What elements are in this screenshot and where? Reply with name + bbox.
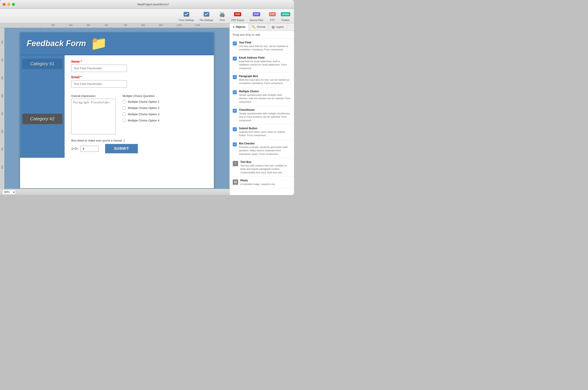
status-bar: 80% 50% 100% 150%: [0, 189, 229, 195]
print-icon: 🖨️: [219, 11, 226, 18]
photo-text: Photo A resizable image, supports any: [240, 179, 291, 186]
category-2-label: Category #2: [30, 116, 55, 121]
multiple-choice-checkbox[interactable]: ✓: [233, 90, 237, 94]
pdf-export-label: PDF Export: [231, 19, 244, 21]
source-files-button[interactable]: PHP Source Files: [248, 10, 265, 22]
multiple-choice-text: Multiple Choice Simple questionnaire wit…: [239, 90, 291, 104]
bot-checker-text: Bot Checker Presents a simple, randomly …: [239, 142, 291, 156]
minimize-button[interactable]: [7, 3, 10, 6]
paragraph-box-desc: Multi-line input area for text, can be m…: [239, 78, 291, 85]
check-mark: ✓: [234, 128, 236, 131]
bot-checker-checkbox[interactable]: ✓: [233, 143, 237, 146]
photo-name: Photo: [240, 179, 291, 182]
math-input[interactable]: [81, 146, 98, 152]
form-settings-button[interactable]: Form Settings: [177, 10, 196, 22]
paragraph-box-checkbox[interactable]: ✓: [233, 75, 237, 79]
text-field-name: Text Field: [239, 41, 291, 44]
file-settings-button[interactable]: File Settings: [197, 10, 215, 22]
list-item-checkboxes[interactable]: ✓ Checkboxes Simple questionnaire with m…: [230, 106, 294, 125]
text-box-name: Text Box: [240, 160, 291, 164]
list-item-bot-checker[interactable]: ✓ Bot Checker Presents a simple, randoml…: [230, 140, 294, 158]
form-settings-label: Form Settings: [179, 19, 194, 21]
close-button[interactable]: [3, 3, 5, 6]
checkboxes-desc: Simple questionnaire with multiple check…: [239, 112, 291, 122]
publish-label: Publish: [282, 19, 290, 21]
paragraph-textarea[interactable]: [71, 99, 116, 134]
email-field-name: Email Address Field: [239, 56, 291, 59]
name-input[interactable]: [71, 65, 127, 72]
email-field-text: Email Address Field Input field for emai…: [239, 56, 291, 70]
tab-objects[interactable]: + Objects: [230, 23, 249, 31]
multiple-choice-desc: Simple questionnaire with multiple radio…: [239, 93, 291, 104]
mc-radio-2[interactable]: [123, 106, 126, 110]
print-button[interactable]: 🖨️ Print: [216, 10, 228, 22]
submit-button-checkbox[interactable]: ✓: [233, 127, 237, 131]
category-1-label: Category #1: [30, 61, 55, 66]
bot-check-section: Bot check to make sure you're a human :)…: [71, 139, 207, 153]
list-item-photo[interactable]: 🖼 Photo A resizable image, supports any: [230, 177, 294, 188]
panel-tabs: + Objects ✏️ Format ▤ Layers: [230, 23, 294, 31]
ruler-v-400: 400: [1, 94, 3, 98]
pdf-export-icon: PDF: [234, 11, 241, 18]
publish-button[interactable]: WWW Publish: [279, 10, 292, 22]
checkboxes-name: Checkboxes: [239, 108, 291, 111]
zoom-select[interactable]: 80% 50% 100% 150%: [2, 190, 16, 195]
app-window: NewProject.touchforms7 Form Settings Fil…: [0, 0, 294, 195]
list-item-text-box[interactable]: T Text Box Text box with medium font siz…: [230, 158, 294, 177]
form-body: Category #1 Category #2 Name *: [20, 55, 214, 158]
form-row: Overall impression: Multiple Choice Ques…: [71, 94, 207, 134]
ruler-num: 1,100: [195, 24, 200, 26]
mc-radio-4[interactable]: [123, 119, 126, 122]
bot-math: 1+2= SUBMIT: [71, 144, 207, 153]
mc-label-4: Multiple Choice Option 4: [128, 119, 160, 122]
text-box-text: Text Box Text box with medium font size,…: [240, 160, 291, 174]
ftp-button[interactable]: FTP FTP: [267, 10, 278, 22]
submit-button[interactable]: SUBMIT: [105, 144, 138, 153]
ftp-icon: FTP: [269, 11, 276, 18]
tab-layers[interactable]: ▤ Layers: [269, 23, 287, 31]
list-item-text-field[interactable]: ✓ Text Field One line input field for te…: [230, 39, 294, 54]
pdf-export-button[interactable]: PDF PDF Export: [229, 10, 246, 22]
email-field-checkbox[interactable]: ✓: [233, 57, 237, 61]
check-mark: ✓: [234, 57, 236, 60]
mc-radio-3[interactable]: [123, 112, 126, 116]
format-tab-icon: ✏️: [252, 25, 256, 29]
check-mark: ✓: [234, 76, 236, 79]
source-files-label: Source Files: [250, 19, 263, 21]
window-title: NewProject.touchforms7: [15, 3, 291, 6]
form-header: Feedback Form 📁: [20, 32, 214, 55]
checkboxes-checkbox[interactable]: ✓: [233, 109, 237, 113]
bot-checker-desc: Presents a simple, randomly generated ma…: [239, 146, 291, 156]
mc-radio-1[interactable]: [123, 100, 126, 103]
list-item-paragraph-box[interactable]: ✓ Paragraph Box Multi-line input area fo…: [230, 72, 294, 88]
ruler-v-300: 300: [1, 76, 3, 80]
file-settings-icon: [203, 11, 210, 18]
list-item-submit-button[interactable]: ✓ Submit Button Submits form when users …: [230, 125, 294, 140]
text-field-checkbox[interactable]: ✓: [233, 42, 237, 46]
left-ruler: 100 200 300 400 500 600 700 800: [0, 28, 4, 189]
tab-format[interactable]: ✏️ Format: [249, 23, 269, 31]
bot-checker-name: Bot Checker: [239, 142, 291, 145]
mc-option-2: Multiple Choice Option 2: [123, 106, 207, 110]
paragraph-field: Overall impression:: [71, 94, 116, 134]
maximize-button[interactable]: [12, 3, 15, 6]
form-main: Name * Email * Overall impression:: [65, 55, 214, 158]
toolbar: Form Settings File Settings 🖨️ Print PDF…: [0, 9, 294, 23]
print-label: Print: [220, 19, 225, 21]
mc-option-3: Multiple Choice Option 3: [123, 112, 207, 116]
titlebar: NewProject.touchforms7: [0, 0, 294, 9]
text-box-icon: T: [233, 161, 238, 166]
list-item-multiple-choice[interactable]: ✓ Multiple Choice Simple questionnaire w…: [230, 88, 294, 106]
mc-option-1: Multiple Choice Option 1: [123, 100, 207, 103]
form-sidebar: Category #1 Category #2: [20, 55, 65, 158]
file-settings-label: File Settings: [200, 19, 213, 21]
ruler-num: 600: [105, 24, 108, 26]
folder-icon: 📁: [90, 37, 107, 50]
category-2-block: Category #2: [22, 114, 62, 124]
ftp-label: FTP: [270, 19, 275, 21]
objects-list: ✓ Text Field One line input field for te…: [230, 39, 294, 195]
email-field-label: Email *: [71, 75, 207, 79]
email-input[interactable]: [71, 80, 127, 88]
check-mark: ✓: [234, 42, 236, 45]
list-item-email-field[interactable]: ✓ Email Address Field Input field for em…: [230, 54, 294, 72]
